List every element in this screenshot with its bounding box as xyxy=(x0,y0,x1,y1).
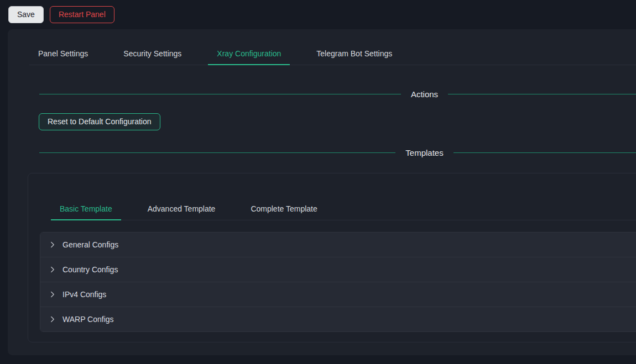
templates-card: Basic Template Advanced Template Complet… xyxy=(28,173,636,342)
chevron-right-icon xyxy=(49,241,56,248)
tab-basic-template[interactable]: Basic Template xyxy=(51,198,121,220)
collapse-warp-configs[interactable]: WARP Configs xyxy=(40,307,636,331)
tab-telegram-bot-settings[interactable]: Telegram Bot Settings xyxy=(307,43,401,65)
actions-divider-title: Actions xyxy=(401,89,448,99)
collapse-label: General Configs xyxy=(62,240,118,249)
chevron-right-icon xyxy=(49,291,56,298)
divider-line-right xyxy=(448,94,636,94)
template-tabs: Basic Template Advanced Template Complet… xyxy=(51,198,636,220)
collapse-label: WARP Configs xyxy=(62,315,114,324)
collapse-label: IPv4 Configs xyxy=(62,290,106,299)
top-toolbar: Save Restart Panel xyxy=(0,0,636,29)
tab-security-settings[interactable]: Security Settings xyxy=(114,43,190,65)
collapse-label: Country Configs xyxy=(62,265,118,274)
tab-complete-template[interactable]: Complete Template xyxy=(242,198,326,220)
collapse-country-configs[interactable]: Country Configs xyxy=(40,257,636,282)
reset-default-configuration-button[interactable]: Reset to Default Configuration xyxy=(39,113,160,130)
settings-card: Panel Settings Security Settings Xray Co… xyxy=(8,29,636,355)
tab-panel-settings[interactable]: Panel Settings xyxy=(29,43,97,65)
settings-tabs: Panel Settings Security Settings Xray Co… xyxy=(29,43,636,65)
divider-line-left xyxy=(39,94,401,94)
templates-divider-title: Templates xyxy=(395,148,453,157)
restart-panel-button[interactable]: Restart Panel xyxy=(50,6,114,23)
collapse-ipv4-configs[interactable]: IPv4 Configs xyxy=(40,282,636,307)
chevron-right-icon xyxy=(49,316,56,323)
divider-line-right xyxy=(453,152,636,153)
templates-divider: Templates xyxy=(39,148,636,157)
tab-advanced-template[interactable]: Advanced Template xyxy=(139,198,225,220)
save-button[interactable]: Save xyxy=(8,6,44,23)
template-config-collapse: General Configs Country Configs IPv4 Con… xyxy=(40,232,636,332)
tab-xray-configuration[interactable]: Xray Configuration xyxy=(208,43,290,65)
chevron-right-icon xyxy=(49,266,56,273)
collapse-general-configs[interactable]: General Configs xyxy=(40,233,636,257)
actions-divider: Actions xyxy=(39,89,636,99)
divider-line-left xyxy=(39,152,395,153)
